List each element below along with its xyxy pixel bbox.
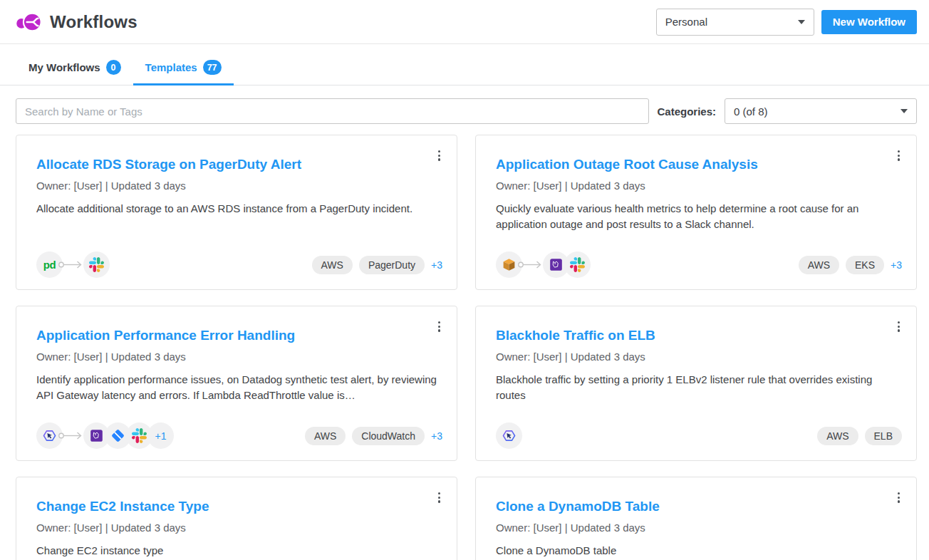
filter-toolbar: Categories: 0 (of 8)	[16, 98, 917, 124]
card-description: Clone a DynamoDB table	[496, 543, 896, 559]
tags-overflow-count[interactable]: +3	[891, 259, 902, 271]
tag-pill: PagerDuty	[359, 256, 425, 274]
card-title-link[interactable]: Blackhole Traffic on ELB	[496, 328, 655, 343]
new-workflow-button[interactable]: New Workflow	[821, 10, 917, 34]
slack-icon	[83, 252, 110, 278]
card-tags: AWSPagerDuty+3	[312, 256, 443, 274]
kebab-dot	[898, 150, 900, 152]
kebab-dot	[898, 158, 900, 160]
chevron-down-icon	[901, 109, 908, 113]
card-menu-button[interactable]	[435, 147, 444, 165]
tab-count-badge: 77	[203, 60, 222, 75]
card-tags: AWSCloudWatch+3	[305, 427, 442, 445]
workspace-select-value: Personal	[665, 16, 707, 28]
tags-overflow-count[interactable]: +3	[431, 430, 442, 442]
kebab-dot	[438, 155, 440, 157]
tag-pill: AWS	[799, 256, 839, 274]
tab-count-badge: 0	[106, 60, 121, 75]
card-menu-button[interactable]	[894, 318, 903, 336]
synthetics-icon	[496, 422, 522, 449]
workflow-card: Clone a DynamoDB Table Owner: [User] | U…	[475, 477, 917, 560]
card-description: Identify application performance issues,…	[36, 372, 437, 403]
header-actions: Personal New Workflow	[656, 9, 917, 36]
card-menu-button[interactable]	[894, 489, 903, 507]
workspace-select[interactable]: Personal	[656, 9, 814, 36]
card-menu-button[interactable]	[894, 147, 903, 165]
slack-icon	[564, 252, 591, 278]
card-title-link[interactable]: Allocate RDS Storage on PagerDuty Alert	[36, 157, 301, 172]
page-title: Workflows	[50, 12, 137, 32]
workflow-card: Change EC2 Instance Type Owner: [User] |…	[16, 477, 457, 560]
search-input[interactable]	[16, 98, 649, 124]
kebab-dot	[438, 497, 440, 499]
kebab-dot	[438, 321, 440, 323]
kebab-dot	[898, 492, 900, 494]
tags-overflow-count[interactable]: +3	[431, 259, 442, 271]
card-description: Allocate additional storage to an AWS RD…	[36, 201, 437, 217]
card-title-link[interactable]: Clone a DynamoDB Table	[496, 499, 660, 514]
card-footer: AWSEKS+3	[496, 252, 902, 278]
kebab-dot	[898, 329, 900, 331]
tab-my-workflows[interactable]: My Workflows 0	[16, 54, 133, 85]
kebab-dot	[898, 321, 900, 323]
workflow-card: Application Outage Root Cause Analysis O…	[475, 135, 917, 290]
card-menu-button[interactable]	[435, 318, 444, 336]
tag-pill: AWS	[312, 256, 353, 274]
kebab-dot	[438, 329, 440, 331]
workflow-card: Application Performance Error Handling O…	[16, 306, 457, 461]
kebab-dot	[898, 155, 900, 157]
card-meta: Owner: [User] | Updated 3 days	[496, 180, 896, 192]
card-integrations: +1	[36, 422, 174, 449]
chevron-down-icon	[798, 20, 805, 24]
kebab-dot	[898, 500, 900, 502]
cards-grid: Allocate RDS Storage on PagerDuty Alert …	[16, 135, 917, 560]
card-menu-button[interactable]	[435, 489, 444, 507]
tag-pill: EKS	[846, 256, 884, 274]
app-header: Workflows Personal New Workflow	[0, 0, 929, 44]
card-integrations	[496, 422, 522, 449]
card-meta: Owner: [User] | Updated 3 days	[36, 522, 437, 534]
categories-select-value: 0 (of 8)	[734, 105, 768, 118]
connector-arrow-icon	[58, 422, 85, 449]
card-meta: Owner: [User] | Updated 3 days	[36, 351, 437, 363]
tab-label: Templates	[145, 61, 197, 73]
card-footer: AWSELB	[496, 422, 902, 449]
connector-arrow-icon	[517, 252, 544, 278]
card-tags: AWSEKS+3	[799, 256, 902, 274]
card-description: Change EC2 instance type	[36, 543, 437, 559]
card-meta: Owner: [User] | Updated 3 days	[496, 522, 896, 534]
tag-pill: ELB	[865, 427, 902, 445]
kebab-dot	[438, 492, 440, 494]
card-title-link[interactable]: Application Performance Error Handling	[36, 328, 295, 343]
tab-templates[interactable]: Templates 77	[133, 54, 234, 85]
workflow-card: Blackhole Traffic on ELB Owner: [User] |…	[475, 306, 917, 461]
card-integrations: pd	[36, 252, 110, 278]
kebab-dot	[438, 158, 440, 160]
tab-label: My Workflows	[28, 61, 100, 73]
card-title-link[interactable]: Application Outage Root Cause Analysis	[496, 157, 758, 172]
kebab-dot	[438, 500, 440, 502]
icon-overflow-count: +1	[147, 422, 174, 449]
kebab-dot	[438, 326, 440, 328]
workflow-card: Allocate RDS Storage on PagerDuty Alert …	[16, 135, 457, 290]
app-logo-icon	[16, 10, 43, 34]
card-meta: Owner: [User] | Updated 3 days	[496, 351, 896, 363]
card-description: Quickly evaluate various health metrics …	[496, 201, 896, 232]
tab-bar: My Workflows 0 Templates 77	[0, 54, 929, 85]
card-title-link[interactable]: Change EC2 Instance Type	[36, 499, 209, 514]
card-integrations	[496, 252, 591, 278]
connector-arrow-icon	[58, 252, 85, 278]
kebab-dot	[898, 326, 900, 328]
card-footer: +1 AWSCloudWatch+3	[36, 422, 442, 449]
categories-select[interactable]: 0 (of 8)	[725, 98, 917, 124]
categories-label: Categories:	[657, 105, 716, 118]
tag-pill: CloudWatch	[352, 427, 425, 445]
card-meta: Owner: [User] | Updated 3 days	[36, 180, 437, 192]
card-description: Blackhole traffic by setting a priority …	[496, 372, 896, 403]
kebab-dot	[898, 497, 900, 499]
card-tags: AWSELB	[817, 427, 902, 445]
categories-filter: Categories: 0 (of 8)	[657, 98, 917, 124]
tag-pill: AWS	[305, 427, 346, 445]
tag-pill: AWS	[817, 427, 858, 445]
card-footer: pd AWSPagerDuty+3	[36, 252, 442, 278]
